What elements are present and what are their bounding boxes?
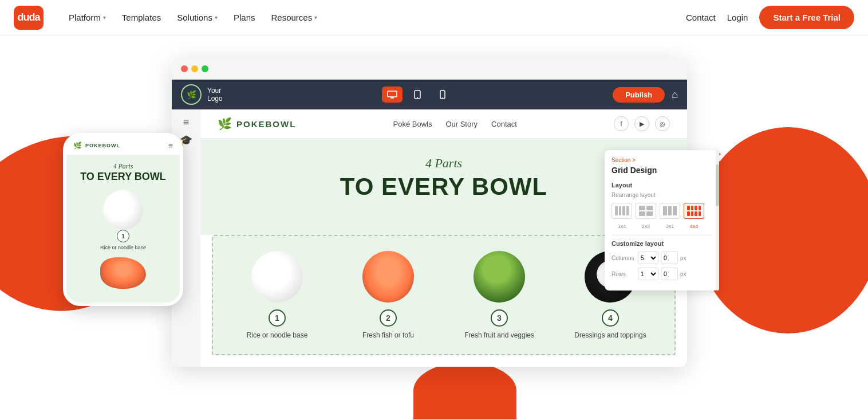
- grid-label-2: Fresh fish or tofu: [362, 331, 414, 339]
- site-nav-link-bowls: Poké Bowls: [393, 120, 432, 128]
- minimize-dot: [191, 65, 198, 72]
- layout-labels: 1x4 2x2 3x1 4x4: [611, 223, 712, 229]
- tablet-device-icon[interactable]: [407, 87, 428, 103]
- mobile-mockup: 🌿 POKEBOWL ≡ 4 Parts TO EVERY BOWL 1 Ric…: [63, 133, 183, 306]
- mobile-item-label: Rice or noodle base: [100, 245, 146, 250]
- rows-label: Rows: [611, 271, 634, 277]
- food-rice-image: [251, 251, 303, 303]
- nav-plans[interactable]: Plans: [227, 8, 262, 27]
- pokebowl-icon: 🌿: [218, 117, 232, 131]
- leaf-icon: 🌿: [187, 90, 196, 99]
- grid-design-panel: Section > Grid Design Layout Rearrange l…: [605, 150, 719, 291]
- chevron-down-icon: ▾: [103, 14, 106, 21]
- mobile-brand: 🌿 POKEBOWL: [73, 142, 120, 150]
- panel-scrollbar[interactable]: [716, 150, 719, 291]
- rows-gap-input[interactable]: [661, 268, 678, 280]
- layout-1x4[interactable]: [611, 203, 632, 219]
- nav-right: Contact Login Start a Free Trial: [686, 6, 854, 29]
- grid-item-1: 1 Rice or noodle base: [222, 245, 332, 345]
- layout-label: Layout: [611, 182, 712, 189]
- editor-device-icons: [382, 87, 453, 103]
- site-nav-links: Poké Bowls Our Story Contact: [393, 120, 516, 128]
- background-dots: [708, 150, 822, 276]
- layout-3x1[interactable]: [660, 203, 680, 219]
- rearrange-label: Rearrange layout: [611, 192, 712, 198]
- mobile-menu-icon: ≡: [168, 141, 173, 150]
- mobile-number-1: 1: [117, 230, 129, 242]
- grid-label-1: Rice or noodle base: [247, 331, 308, 339]
- editor-logo-circle: 🌿: [181, 84, 202, 105]
- columns-row: Columns 54321 px: [611, 252, 712, 264]
- columns-gap-unit: px: [680, 255, 686, 261]
- facebook-icon: f: [614, 116, 629, 131]
- mobile-top-bar: 🌿 POKEBOWL ≡: [66, 136, 180, 155]
- layout-options: [611, 203, 712, 219]
- columns-gap-input[interactable]: [661, 252, 678, 264]
- columns-label: Columns: [611, 255, 634, 261]
- rows-select[interactable]: 123: [638, 268, 658, 280]
- editor-logo-text: Your Logo: [207, 87, 223, 103]
- food-avocado-image: [474, 251, 525, 303]
- nav-platform[interactable]: Platform ▾: [62, 8, 113, 27]
- mobile-item-salmon: [72, 257, 174, 289]
- youtube-icon: ▶: [634, 116, 649, 131]
- desktop-device-icon[interactable]: [382, 87, 403, 103]
- site-nav: 🌿 POKEBOWL Poké Bowls Our Story Contact …: [200, 109, 687, 139]
- mobile-title: TO EVERY BOWL: [72, 171, 174, 183]
- layout-4col[interactable]: [684, 203, 704, 219]
- nav-templates[interactable]: Templates: [115, 8, 168, 27]
- start-free-trial-button[interactable]: Start a Free Trial: [759, 6, 854, 29]
- grid-number-3: 3: [491, 309, 508, 327]
- site-brand: 🌿 POKEBOWL: [218, 117, 296, 131]
- site-social: f ▶ ◎: [614, 116, 670, 131]
- layers-icon[interactable]: ≡: [183, 116, 190, 128]
- svg-point-4: [417, 97, 418, 98]
- nav-login[interactable]: Login: [727, 13, 748, 22]
- editor-logo-area: 🌿 Your Logo: [181, 84, 223, 105]
- chevron-down-icon: ▾: [314, 14, 317, 21]
- browser-bar: [172, 58, 687, 80]
- mobile-device-icon[interactable]: [432, 87, 453, 103]
- nav-contact[interactable]: Contact: [686, 13, 716, 22]
- expand-dot: [202, 65, 208, 72]
- grid-number-1: 1: [269, 309, 286, 327]
- site-nav-link-contact: Contact: [491, 120, 517, 128]
- grid-label-3: Fresh fruit and veggies: [464, 331, 534, 339]
- mobile-rice-image: [103, 190, 143, 230]
- customize-label: Customize layout: [611, 240, 712, 247]
- nav-solutions[interactable]: Solutions ▾: [170, 8, 224, 27]
- main-nav: duda Platform ▾ Templates Solutions ▾ Pl…: [0, 0, 868, 36]
- nav-resources[interactable]: Resources ▾: [264, 8, 324, 27]
- editor-toolbar: 🌿 Your Logo Publish ⌂: [172, 80, 687, 109]
- editor-right: Publish ⌂: [613, 87, 678, 103]
- site-nav-link-story: Our Story: [445, 120, 478, 128]
- browser-dots: [181, 65, 208, 72]
- food-salmon-image: [362, 251, 414, 303]
- grid-number-4: 4: [602, 309, 619, 327]
- mobile-salmon-image: [100, 257, 146, 289]
- rows-row: Rows 123 px: [611, 268, 712, 280]
- panel-title: Grid Design: [611, 166, 712, 175]
- nav-links: Platform ▾ Templates Solutions ▾ Plans R…: [62, 8, 686, 27]
- panel-scrollbar-thumb: [716, 164, 719, 207]
- hero-section: 🌿 Your Logo Publish ⌂: [0, 36, 868, 419]
- rows-input-group: 123 px: [638, 268, 686, 280]
- grid-label-4: Dressings and toppings: [574, 331, 646, 339]
- close-dot: [181, 65, 188, 72]
- panel-divider: [611, 235, 712, 235]
- panel-breadcrumb: Section >: [611, 157, 712, 163]
- rows-gap-unit: px: [680, 271, 686, 277]
- instagram-icon: ◎: [655, 116, 670, 131]
- layout-2x2[interactable]: [636, 203, 656, 219]
- chevron-down-icon: ▾: [215, 14, 218, 21]
- grid-item-2: 2 Fresh fish or tofu: [333, 245, 443, 345]
- publish-button[interactable]: Publish: [613, 87, 665, 103]
- mobile-item-rice: 1 Rice or noodle base: [72, 190, 174, 250]
- duda-logo[interactable]: duda: [14, 6, 44, 30]
- bottom-decorative-shape: [413, 362, 516, 419]
- home-icon[interactable]: ⌂: [672, 89, 678, 101]
- mobile-content: 4 Parts TO EVERY BOWL 1 Rice or noodle b…: [66, 155, 180, 303]
- mobile-brand-icon: 🌿: [73, 142, 82, 150]
- columns-select[interactable]: 54321: [638, 252, 658, 264]
- svg-rect-0: [388, 91, 397, 97]
